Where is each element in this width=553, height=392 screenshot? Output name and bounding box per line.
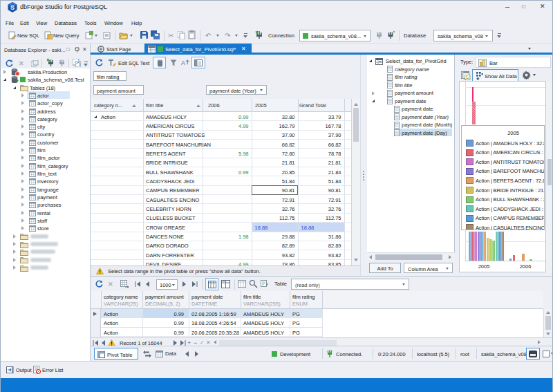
svg-text:S: S [10, 4, 15, 11]
svg-text:A: A [181, 59, 185, 66]
